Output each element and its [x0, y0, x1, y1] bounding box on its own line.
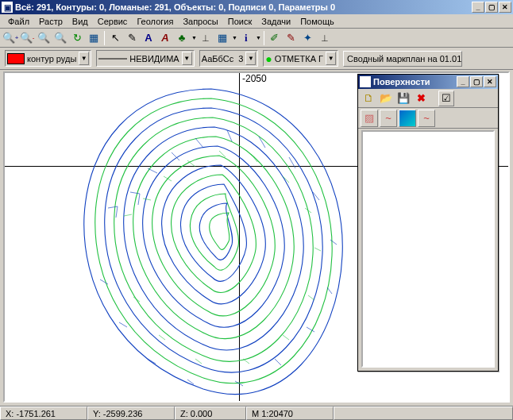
zoom-in-icon[interactable]: 🔍+: [2, 30, 18, 46]
zoom-extents-icon[interactable]: 🔍: [52, 30, 68, 46]
surfaces-panel[interactable]: Поверхности _ ▢ ✕ 🗋 📂 💾 ✖ ☑ ▨ ~ . ~: [357, 74, 499, 372]
app-icon: ▣: [2, 2, 13, 13]
layers-icon[interactable]: ▦: [86, 30, 102, 46]
brush-icon[interactable]: ✎: [284, 30, 299, 46]
status-y: Y: -2599.236: [87, 407, 175, 420]
status-empty: [334, 407, 513, 420]
tree-icon[interactable]: ♣: [174, 30, 190, 46]
new-icon[interactable]: 🗋: [361, 91, 376, 106]
linetype-combo[interactable]: НЕВИДИМА ▼: [96, 50, 194, 67]
main-toolbar: 🔍+ 🔍- 🔍 🔍 ↻ ▦ ↖ ✎ A A ♣ ▼ ⟂ ▦ ▼ i ▼ ✐ ✎ …: [0, 29, 513, 48]
layer-combo[interactable]: контур руды ▼: [5, 50, 91, 67]
pen-icon[interactable]: ✎: [124, 30, 140, 46]
measure-icon[interactable]: ⟂: [198, 30, 214, 46]
chevron-down-icon[interactable]: ▼: [326, 52, 336, 65]
font-combo[interactable]: АаБбСс 3 ▼: [199, 50, 259, 67]
menu-geology[interactable]: Геология: [132, 15, 178, 28]
panel-toolbar: 🗋 📂 💾 ✖ ☑: [358, 89, 498, 108]
panel-maximize-button[interactable]: ▢: [470, 76, 483, 87]
statusbar: X: -1751.261 Y: -2599.236 Z: 0.000 M 1:2…: [0, 406, 513, 420]
font-size: 3: [238, 54, 243, 64]
panel-list[interactable]: [361, 130, 495, 368]
menubar: Файл Растр Вид Сервис Геология Запросы П…: [0, 14, 513, 29]
chevron-down-icon[interactable]: ▼: [245, 52, 256, 65]
chevron-down-icon[interactable]: ▼: [182, 52, 192, 65]
panel-title: Поверхности: [373, 77, 457, 87]
line-sample-icon: [98, 55, 127, 63]
menu-help[interactable]: Помощь: [295, 15, 339, 28]
text-a-icon[interactable]: A: [141, 30, 156, 46]
refresh-icon[interactable]: ↻: [69, 30, 85, 46]
layer-label: контур руды: [27, 54, 76, 64]
menu-raster[interactable]: Растр: [34, 15, 68, 28]
open-icon[interactable]: 📂: [378, 91, 394, 106]
info-icon[interactable]: i: [238, 30, 254, 46]
properties-icon[interactable]: ☑: [438, 91, 454, 106]
menu-file[interactable]: Файл: [3, 15, 34, 28]
zoom-out-icon[interactable]: 🔍-: [19, 30, 35, 46]
property-bar: контур руды ▼ НЕВИДИМА ▼ АаБбСс 3 ▼ ● ОТ…: [0, 48, 513, 70]
status-x: X: -1751.261: [0, 407, 87, 420]
menu-queries[interactable]: Запросы: [178, 15, 222, 28]
document-combo[interactable]: Сводный маркплан на 01.01.2002г. Ма: [343, 51, 462, 67]
document-label: Сводный маркплан на 01.01.2002г. Ма: [347, 54, 462, 64]
eyedropper-icon[interactable]: ✐: [267, 30, 283, 46]
status-scale: M 1:20470: [246, 407, 334, 420]
window-title: Всё: 291, Контуры: 0, Ломаные: 291, Объе…: [15, 2, 472, 12]
close-button[interactable]: ✕: [499, 2, 511, 13]
grid-icon[interactable]: ▦: [214, 30, 230, 46]
surface-wave-icon[interactable]: ~: [380, 110, 397, 127]
menu-view[interactable]: Вид: [68, 15, 93, 28]
dropdown-icon[interactable]: ▼: [232, 35, 237, 40]
separator: [264, 31, 264, 45]
dropdown-icon[interactable]: ▼: [191, 35, 197, 40]
panel-minimize-button[interactable]: _: [457, 76, 469, 87]
dot-icon: ●: [265, 52, 272, 65]
surface-hatched-icon[interactable]: ▨: [361, 110, 378, 127]
pointer-icon[interactable]: ↖: [107, 30, 123, 46]
maximize-button[interactable]: ▢: [485, 2, 498, 13]
text-a-red-icon[interactable]: A: [157, 30, 173, 46]
status-z: Z: 0.000: [175, 407, 246, 420]
surface-solid-icon[interactable]: .: [399, 110, 416, 127]
panel-titlebar[interactable]: Поверхности _ ▢ ✕: [358, 75, 498, 89]
dropdown-icon[interactable]: ▼: [256, 35, 261, 40]
titlebar: ▣ Всё: 291, Контуры: 0, Ломаные: 291, Об…: [0, 0, 513, 14]
panel-icon: [360, 76, 371, 87]
marker-label: ОТМЕТКА Г: [275, 54, 323, 64]
menu-search[interactable]: Поиск: [223, 15, 256, 28]
menu-tasks[interactable]: Задачи: [256, 15, 295, 28]
separator: [104, 31, 105, 45]
surface-contour-icon[interactable]: ~: [418, 110, 435, 127]
save-icon[interactable]: 💾: [395, 91, 411, 106]
linetype-label: НЕВИДИМА: [129, 54, 179, 64]
font-sample: АаБбСс: [202, 54, 234, 64]
contour-drawing: [60, 81, 362, 399]
perpendicular-icon[interactable]: ⟂: [317, 30, 333, 46]
chevron-down-icon[interactable]: ▼: [79, 52, 89, 65]
minimize-button[interactable]: _: [472, 2, 484, 13]
color-swatch-icon: [7, 53, 25, 64]
compass-icon[interactable]: ✦: [300, 30, 316, 46]
menu-service[interactable]: Сервис: [93, 15, 133, 28]
panel-toolbar-2: ▨ ~ . ~: [358, 108, 498, 129]
panel-close-button[interactable]: ✕: [484, 76, 496, 87]
marker-combo[interactable]: ● ОТМЕТКА Г ▼: [263, 50, 338, 67]
zoom-window-icon[interactable]: 🔍: [36, 30, 52, 46]
delete-icon[interactable]: ✖: [413, 91, 429, 106]
